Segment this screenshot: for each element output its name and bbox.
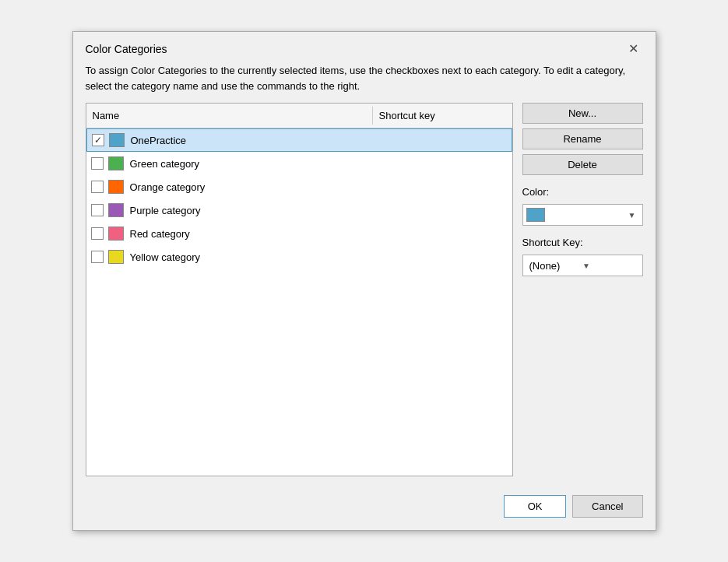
item-name: Yellow category <box>130 251 201 263</box>
title-bar: Color Categories ✕ <box>73 32 656 63</box>
main-area: Name Shortcut key ✓OnePracticeGreen cate… <box>86 103 643 476</box>
color-categories-dialog: Color Categories ✕ To assign Color Categ… <box>72 31 656 531</box>
shortcut-dropdown-arrow: ▼ <box>579 262 636 270</box>
list-item[interactable]: Red category <box>86 222 512 245</box>
shortcut-key-dropdown[interactable]: (None) ▼ <box>522 255 643 276</box>
item-name: Green category <box>130 158 200 170</box>
item-name: OnePractice <box>131 135 187 146</box>
rename-button[interactable]: Rename <box>522 128 643 149</box>
item-color-swatch <box>108 180 124 194</box>
list-item[interactable]: Yellow category <box>86 245 512 269</box>
dialog-footer: OK Cancel <box>73 486 656 530</box>
item-color-swatch <box>109 133 125 147</box>
item-name: Purple category <box>130 205 201 216</box>
item-color-swatch <box>108 227 124 241</box>
new-button[interactable]: New... <box>522 103 643 124</box>
list-item[interactable]: ✓OnePractice <box>86 128 512 152</box>
item-checkbox[interactable] <box>91 181 104 193</box>
dialog-body: To assign Color Categories to the curren… <box>73 63 656 486</box>
item-checkbox[interactable] <box>91 251 104 263</box>
shortcut-key-label: Shortcut Key: <box>522 237 643 248</box>
shortcut-key-value: (None) <box>529 260 580 272</box>
close-button[interactable]: ✕ <box>624 41 643 57</box>
list-item[interactable]: Green category <box>86 152 512 175</box>
color-dropdown-arrow: ▼ <box>625 211 639 220</box>
dialog-title: Color Categories <box>86 43 167 55</box>
header-shortcut: Shortcut key <box>372 107 512 125</box>
color-preview-swatch <box>526 208 545 222</box>
item-checkbox[interactable] <box>91 204 104 216</box>
color-label: Color: <box>522 186 643 198</box>
item-name: Orange category <box>130 181 206 193</box>
list-header: Name Shortcut key <box>86 104 512 128</box>
item-color-swatch <box>108 156 124 170</box>
header-name: Name <box>86 107 372 125</box>
ok-button[interactable]: OK <box>504 495 566 518</box>
item-checkbox[interactable] <box>91 227 104 240</box>
description-text: To assign Color Categories to the curren… <box>86 63 643 93</box>
color-dropdown[interactable]: ▼ <box>522 204 643 226</box>
right-panel: New... Rename Delete Color: ▼ Shortcut K… <box>522 103 643 476</box>
item-color-swatch <box>108 250 124 264</box>
delete-button[interactable]: Delete <box>522 154 643 175</box>
category-list-panel: Name Shortcut key ✓OnePracticeGreen cate… <box>86 103 513 476</box>
list-item[interactable]: Orange category <box>86 175 512 198</box>
list-item[interactable]: Purple category <box>86 198 512 222</box>
list-items-container: ✓OnePracticeGreen categoryOrange categor… <box>86 128 512 476</box>
cancel-button[interactable]: Cancel <box>572 495 642 518</box>
item-name: Red category <box>130 228 190 240</box>
item-checkbox[interactable]: ✓ <box>92 134 104 146</box>
item-color-swatch <box>108 203 124 217</box>
item-checkbox[interactable] <box>91 157 104 170</box>
